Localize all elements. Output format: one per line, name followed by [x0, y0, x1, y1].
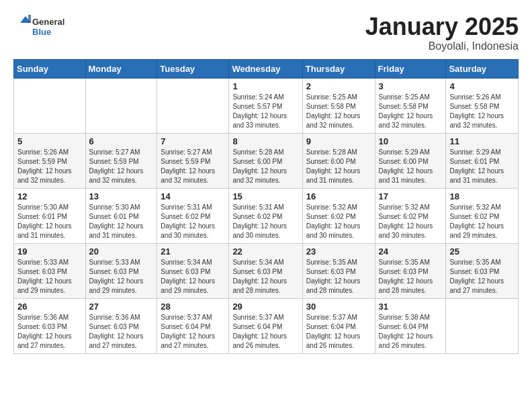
day-number: 10	[379, 136, 443, 146]
day-info: Sunrise: 5:36 AMSunset: 6:03 PMDaylight:…	[89, 313, 154, 351]
calendar-day-cell: 31Sunrise: 5:38 AMSunset: 6:04 PMDayligh…	[375, 298, 446, 353]
day-info: Sunrise: 5:30 AMSunset: 6:01 PMDaylight:…	[17, 203, 82, 240]
day-number: 21	[161, 246, 225, 257]
empty-day-cell	[85, 78, 157, 133]
day-number: 11	[449, 136, 515, 146]
month-title: January 2025	[365, 13, 519, 40]
logo-svg: General Blue	[13, 13, 74, 40]
day-number: 19	[17, 246, 82, 257]
calendar-day-cell: 3Sunrise: 5:25 AMSunset: 5:58 PMDaylight…	[375, 78, 446, 133]
day-info: Sunrise: 5:26 AMSunset: 5:59 PMDaylight:…	[17, 148, 82, 185]
day-info: Sunrise: 5:33 AMSunset: 6:03 PMDaylight:…	[89, 258, 154, 295]
calendar-day-cell: 10Sunrise: 5:29 AMSunset: 6:00 PMDayligh…	[375, 133, 446, 188]
weekday-header-saturday: Saturday	[446, 59, 519, 78]
calendar-week-row: 5Sunrise: 5:26 AMSunset: 5:59 PMDaylight…	[14, 133, 519, 188]
day-info: Sunrise: 5:29 AMSunset: 6:01 PMDaylight:…	[449, 148, 515, 185]
calendar-week-row: 12Sunrise: 5:30 AMSunset: 6:01 PMDayligh…	[14, 188, 519, 243]
day-info: Sunrise: 5:31 AMSunset: 6:02 PMDaylight:…	[161, 203, 225, 240]
day-info: Sunrise: 5:27 AMSunset: 5:59 PMDaylight:…	[89, 148, 154, 185]
day-info: Sunrise: 5:34 AMSunset: 6:03 PMDaylight:…	[232, 258, 298, 295]
day-number: 9	[306, 136, 371, 146]
day-number: 13	[89, 191, 154, 201]
calendar-day-cell: 23Sunrise: 5:35 AMSunset: 6:03 PMDayligh…	[302, 243, 375, 298]
calendar-day-cell: 18Sunrise: 5:32 AMSunset: 6:02 PMDayligh…	[446, 188, 519, 243]
day-info: Sunrise: 5:35 AMSunset: 6:03 PMDaylight:…	[449, 258, 515, 295]
weekday-header-tuesday: Tuesday	[157, 59, 229, 78]
day-number: 22	[232, 246, 298, 257]
title-block: January 2025 Boyolali, Indonesia	[365, 13, 519, 52]
day-number: 20	[89, 246, 154, 257]
day-info: Sunrise: 5:32 AMSunset: 6:02 PMDaylight:…	[379, 203, 443, 240]
calendar-day-cell: 7Sunrise: 5:27 AMSunset: 5:59 PMDaylight…	[157, 133, 229, 188]
calendar-week-row: 1Sunrise: 5:24 AMSunset: 5:57 PMDaylight…	[14, 78, 519, 133]
day-info: Sunrise: 5:36 AMSunset: 6:03 PMDaylight:…	[17, 313, 82, 351]
svg-marker-3	[28, 15, 31, 23]
day-info: Sunrise: 5:30 AMSunset: 6:01 PMDaylight:…	[89, 203, 154, 240]
day-number: 1	[232, 81, 298, 91]
calendar-day-cell: 27Sunrise: 5:36 AMSunset: 6:03 PMDayligh…	[85, 298, 157, 353]
calendar-day-cell: 22Sunrise: 5:34 AMSunset: 6:03 PMDayligh…	[229, 243, 302, 298]
calendar-day-cell: 5Sunrise: 5:26 AMSunset: 5:59 PMDaylight…	[14, 133, 86, 188]
calendar-day-cell: 25Sunrise: 5:35 AMSunset: 6:03 PMDayligh…	[446, 243, 519, 298]
day-info: Sunrise: 5:28 AMSunset: 6:00 PMDaylight:…	[232, 148, 298, 185]
day-info: Sunrise: 5:37 AMSunset: 6:04 PMDaylight:…	[161, 313, 225, 351]
day-info: Sunrise: 5:32 AMSunset: 6:02 PMDaylight:…	[306, 203, 371, 240]
day-number: 28	[161, 302, 225, 312]
day-number: 5	[17, 136, 82, 146]
day-info: Sunrise: 5:31 AMSunset: 6:02 PMDaylight:…	[232, 203, 298, 240]
day-info: Sunrise: 5:38 AMSunset: 6:04 PMDaylight:…	[379, 313, 443, 351]
day-number: 31	[379, 302, 443, 312]
day-number: 25	[449, 246, 515, 257]
calendar-day-cell: 6Sunrise: 5:27 AMSunset: 5:59 PMDaylight…	[85, 133, 157, 188]
location-subtitle: Boyolali, Indonesia	[365, 40, 519, 52]
calendar-week-row: 19Sunrise: 5:33 AMSunset: 6:03 PMDayligh…	[14, 243, 519, 298]
day-info: Sunrise: 5:29 AMSunset: 6:00 PMDaylight:…	[379, 148, 443, 185]
day-number: 2	[306, 81, 371, 91]
day-info: Sunrise: 5:34 AMSunset: 6:03 PMDaylight:…	[161, 258, 225, 295]
day-number: 8	[232, 136, 298, 146]
day-info: Sunrise: 5:33 AMSunset: 6:03 PMDaylight:…	[17, 258, 82, 295]
day-info: Sunrise: 5:27 AMSunset: 5:59 PMDaylight:…	[161, 148, 225, 185]
day-number: 15	[232, 191, 298, 201]
calendar-day-cell: 30Sunrise: 5:37 AMSunset: 6:04 PMDayligh…	[302, 298, 375, 353]
weekday-header-sunday: Sunday	[14, 59, 86, 78]
day-number: 30	[306, 302, 371, 312]
calendar-day-cell: 19Sunrise: 5:33 AMSunset: 6:03 PMDayligh…	[14, 243, 86, 298]
day-info: Sunrise: 5:25 AMSunset: 5:58 PMDaylight:…	[379, 93, 443, 130]
day-info: Sunrise: 5:25 AMSunset: 5:58 PMDaylight:…	[306, 93, 371, 130]
calendar-day-cell: 21Sunrise: 5:34 AMSunset: 6:03 PMDayligh…	[157, 243, 229, 298]
weekday-header-thursday: Thursday	[302, 59, 375, 78]
calendar-day-cell: 26Sunrise: 5:36 AMSunset: 6:03 PMDayligh…	[14, 298, 86, 353]
day-info: Sunrise: 5:35 AMSunset: 6:03 PMDaylight:…	[306, 258, 371, 295]
calendar-day-cell: 14Sunrise: 5:31 AMSunset: 6:02 PMDayligh…	[157, 188, 229, 243]
calendar-day-cell: 8Sunrise: 5:28 AMSunset: 6:00 PMDaylight…	[229, 133, 302, 188]
calendar-day-cell: 20Sunrise: 5:33 AMSunset: 6:03 PMDayligh…	[85, 243, 157, 298]
calendar-week-row: 26Sunrise: 5:36 AMSunset: 6:03 PMDayligh…	[14, 298, 519, 353]
weekday-header-row: SundayMondayTuesdayWednesdayThursdayFrid…	[14, 59, 519, 78]
day-number: 3	[379, 81, 443, 91]
calendar-day-cell: 15Sunrise: 5:31 AMSunset: 6:02 PMDayligh…	[229, 188, 302, 243]
logo: General Blue	[13, 13, 74, 40]
day-number: 16	[306, 191, 371, 201]
weekday-header-monday: Monday	[85, 59, 157, 78]
weekday-header-wednesday: Wednesday	[229, 59, 302, 78]
calendar-day-cell: 28Sunrise: 5:37 AMSunset: 6:04 PMDayligh…	[157, 298, 229, 353]
calendar-table: SundayMondayTuesdayWednesdayThursdayFrid…	[13, 59, 519, 354]
day-number: 27	[89, 302, 154, 312]
calendar-day-cell: 29Sunrise: 5:37 AMSunset: 6:04 PMDayligh…	[229, 298, 302, 353]
calendar-day-cell: 16Sunrise: 5:32 AMSunset: 6:02 PMDayligh…	[302, 188, 375, 243]
day-info: Sunrise: 5:37 AMSunset: 6:04 PMDaylight:…	[306, 313, 371, 351]
day-number: 14	[161, 191, 225, 201]
day-number: 17	[379, 191, 443, 201]
day-info: Sunrise: 5:37 AMSunset: 6:04 PMDaylight:…	[232, 313, 298, 351]
day-info: Sunrise: 5:32 AMSunset: 6:02 PMDaylight:…	[449, 203, 515, 240]
day-number: 6	[89, 136, 154, 146]
day-info: Sunrise: 5:26 AMSunset: 5:58 PMDaylight:…	[449, 93, 515, 130]
day-number: 4	[449, 81, 515, 91]
weekday-header-friday: Friday	[375, 59, 446, 78]
day-number: 7	[161, 136, 225, 146]
calendar-day-cell: 2Sunrise: 5:25 AMSunset: 5:58 PMDaylight…	[302, 78, 375, 133]
calendar-day-cell: 9Sunrise: 5:28 AMSunset: 6:00 PMDaylight…	[302, 133, 375, 188]
empty-day-cell	[157, 78, 229, 133]
calendar-day-cell: 13Sunrise: 5:30 AMSunset: 6:01 PMDayligh…	[85, 188, 157, 243]
